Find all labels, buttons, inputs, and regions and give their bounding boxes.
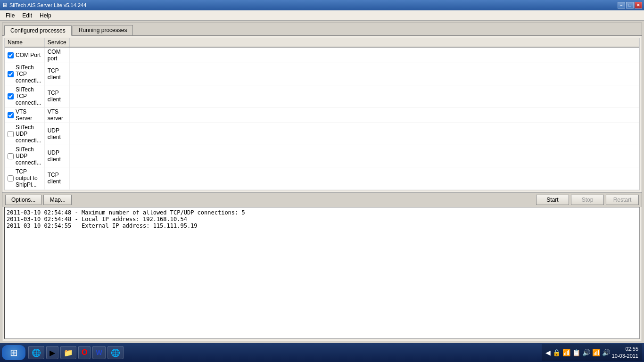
checkbox-row-4[interactable] bbox=[8, 131, 14, 137]
table-row: SiiTech TCP connecti...TCP client bbox=[5, 85, 639, 107]
cell-name: SiiTech UDP connecti... bbox=[5, 145, 44, 167]
taskbar-network[interactable]: 🌐 bbox=[107, 346, 124, 359]
cell-extra bbox=[69, 63, 639, 85]
table-row: VTS ServerVTS server bbox=[5, 107, 639, 123]
taskbar-media[interactable]: ▶ bbox=[46, 346, 58, 359]
log-area: 2011-03-10 02:54:48 - Maximum number of … bbox=[4, 207, 640, 339]
cell-extra bbox=[69, 167, 639, 189]
map-button[interactable]: Map... bbox=[43, 195, 72, 205]
process-table: Name Service COM PortCOM portSiiTech TCP… bbox=[4, 38, 640, 190]
restore-button[interactable]: □ bbox=[626, 2, 634, 8]
taskbar-word[interactable]: W bbox=[92, 346, 105, 359]
taskbar-right: ◀ 🔒 📶 📋 🔊 📶 🔊 02:55 10-03-2011 bbox=[542, 344, 642, 361]
cell-name: TCP server for ShipPl... bbox=[5, 189, 44, 191]
tabs: Configured processes Running processes bbox=[2, 23, 642, 36]
cell-service: TCP client bbox=[44, 85, 69, 107]
menu-file[interactable]: File bbox=[2, 11, 18, 20]
tray-folder[interactable]: 📋 bbox=[572, 349, 580, 356]
tab-running-processes[interactable]: Running processes bbox=[73, 25, 133, 35]
cell-service: TCP client bbox=[44, 167, 69, 189]
table-row: TCP server for ShipPl...TCP server bbox=[5, 189, 639, 191]
restart-button[interactable]: Restart bbox=[606, 195, 639, 205]
col-service: Service bbox=[44, 38, 69, 47]
taskbar: ⊞ 🌐 ▶ 📁 O W 🌐 ◀ 🔒 📶 📋 🔊 📶 🔊 02:55 10-03-… bbox=[0, 343, 644, 362]
cell-service: TCP server bbox=[44, 189, 69, 191]
bottom-buttons: Options... Map... Start Stop Restart bbox=[2, 192, 642, 207]
menu-edit[interactable]: Edit bbox=[18, 11, 36, 20]
title-bar-left: 🖥 SiiTech AIS Server Lite v5.14.244 bbox=[2, 2, 86, 8]
checkbox-row-5[interactable] bbox=[8, 153, 14, 159]
log-line: 2011-03-10 02:54:48 - Local IP address: … bbox=[7, 216, 637, 222]
title-bar: 🖥 SiiTech AIS Server Lite v5.14.244 − □ … bbox=[0, 0, 644, 10]
cell-extra bbox=[69, 189, 639, 191]
table-row: SiiTech TCP connecti...TCP client bbox=[5, 63, 639, 85]
cell-name: SiiTech UDP connecti... bbox=[5, 123, 44, 145]
start-orb[interactable]: ⊞ bbox=[2, 345, 25, 360]
cell-name: SiiTech TCP connecti... bbox=[5, 63, 44, 85]
tray-volume[interactable]: 🔊 bbox=[602, 349, 610, 356]
cell-service: VTS server bbox=[44, 107, 69, 123]
tray-lang[interactable]: 🔊 bbox=[582, 349, 590, 356]
cell-extra bbox=[69, 47, 639, 63]
tray-bars[interactable]: 📶 bbox=[592, 349, 600, 356]
cell-name: COM Port bbox=[5, 47, 44, 63]
cell-extra bbox=[69, 85, 639, 107]
cell-service: UDP client bbox=[44, 145, 69, 167]
checkbox-row-1[interactable] bbox=[8, 71, 14, 77]
checkbox-row-2[interactable] bbox=[8, 93, 14, 99]
cell-extra bbox=[69, 123, 639, 145]
checkbox-row-0[interactable] bbox=[8, 52, 14, 58]
taskbar-opera[interactable]: O bbox=[78, 346, 91, 359]
cell-name: TCP output to ShipPl... bbox=[5, 167, 44, 189]
tab-configured-processes[interactable]: Configured processes bbox=[4, 25, 72, 36]
col-name: Name bbox=[5, 38, 44, 47]
table-row: COM PortCOM port bbox=[5, 47, 639, 63]
close-button[interactable]: ✕ bbox=[635, 2, 642, 8]
cell-name: SiiTech TCP connecti... bbox=[5, 85, 44, 107]
table-row: TCP output to ShipPl...TCP client bbox=[5, 167, 639, 189]
cell-service: COM port bbox=[44, 47, 69, 63]
stop-button[interactable]: Stop bbox=[571, 195, 604, 205]
taskbar-ie[interactable]: 🌐 bbox=[28, 346, 44, 359]
taskbar-explorer[interactable]: 📁 bbox=[60, 346, 76, 359]
cell-name: VTS Server bbox=[5, 107, 44, 123]
cell-service: UDP client bbox=[44, 123, 69, 145]
minimize-button[interactable]: − bbox=[618, 2, 625, 8]
cell-extra bbox=[69, 107, 639, 123]
menu-help[interactable]: Help bbox=[36, 11, 55, 20]
log-line: 2011-03-10 02:54:48 - Maximum number of … bbox=[7, 209, 637, 216]
menu-bar: File Edit Help bbox=[0, 10, 644, 21]
col-extra bbox=[69, 38, 639, 47]
start-button[interactable]: Start bbox=[536, 195, 569, 205]
tray-network2[interactable]: 📶 bbox=[562, 349, 570, 356]
window-title: SiiTech AIS Server Lite v5.14.244 bbox=[9, 2, 86, 8]
cell-extra bbox=[69, 145, 639, 167]
table-row: SiiTech UDP connecti...UDP client bbox=[5, 145, 639, 167]
checkbox-row-3[interactable] bbox=[8, 112, 14, 118]
checkbox-row-6[interactable] bbox=[8, 175, 14, 181]
cell-service: TCP client bbox=[44, 63, 69, 85]
main-window: Configured processes Running processes N… bbox=[2, 23, 642, 341]
table-row: SiiTech UDP connecti...UDP client bbox=[5, 123, 639, 145]
tray-arrow[interactable]: ◀ bbox=[545, 349, 551, 356]
title-bar-controls: − □ ✕ bbox=[618, 2, 642, 8]
system-tray: ◀ 🔒 📶 📋 🔊 📶 🔊 02:55 10-03-2011 bbox=[542, 344, 642, 361]
tray-network1[interactable]: 🔒 bbox=[553, 349, 561, 356]
system-clock[interactable]: 02:55 10-03-2011 bbox=[612, 346, 638, 360]
log-line: 2011-03-10 02:54:55 - External IP addres… bbox=[7, 222, 637, 229]
options-button[interactable]: Options... bbox=[5, 195, 41, 205]
